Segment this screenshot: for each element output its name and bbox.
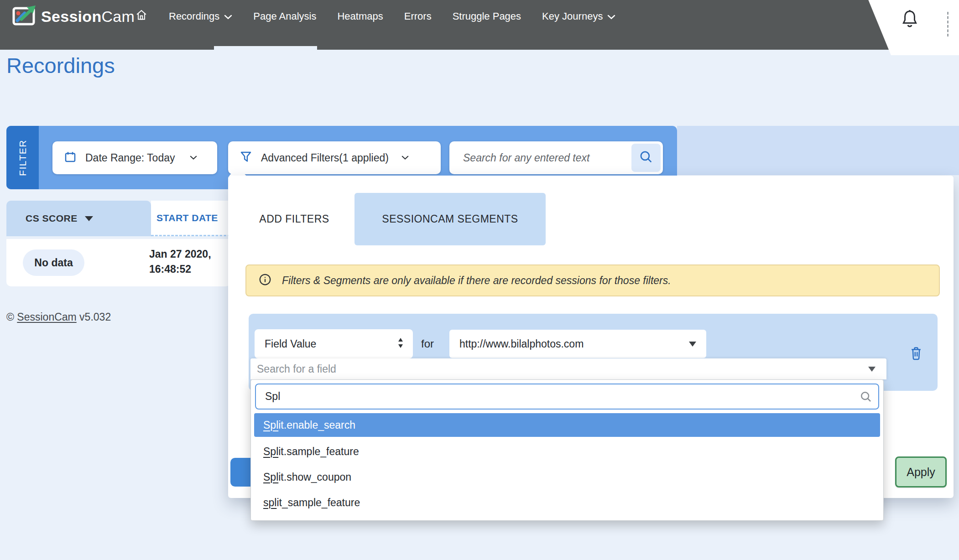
brand: SessionCam: [12, 0, 135, 33]
sessioncam-logo-icon: [12, 5, 36, 28]
field-option[interactable]: split_sample_feature: [254, 490, 880, 515]
search-icon: [638, 149, 654, 166]
chevron-down-icon: [224, 10, 232, 22]
calendar-icon: [63, 150, 77, 166]
field-combo-box[interactable]: Search for a field: [250, 358, 886, 379]
filter-bar-extension: [677, 126, 959, 175]
delete-filter-button[interactable]: [907, 345, 925, 363]
nav-struggle-pages[interactable]: Struggle Pages: [453, 10, 521, 22]
nav-recordings-label: Recordings: [169, 10, 219, 22]
menu-dots-icon[interactable]: [947, 12, 949, 36]
field-search-input[interactable]: [256, 384, 854, 409]
field-option[interactable]: Split.show_coupon: [254, 464, 880, 490]
chevron-down-icon: [607, 10, 615, 22]
for-label: for: [421, 329, 434, 358]
select-spinner-icon: [396, 336, 405, 352]
nav-recordings[interactable]: Recordings: [169, 10, 232, 22]
nav-page-analysis[interactable]: Page Analysis: [253, 10, 316, 22]
filter-tab[interactable]: FILTER: [6, 126, 39, 189]
notifications-bell-button[interactable]: [900, 8, 920, 34]
column-header-cs-score[interactable]: CS SCORE: [6, 201, 151, 236]
field-search-box: [255, 384, 879, 410]
tab-add-filters[interactable]: ADD FILTERS: [249, 193, 340, 245]
app-screen: SessionCam Recordings Page Analysis Heat…: [0, 0, 959, 560]
field-type-select[interactable]: Field Value: [255, 329, 413, 358]
start-date-cell: Jan 27 2020, 16:48:52: [149, 247, 211, 277]
table-row[interactable]: No data Jan 27 2020, 16:48:52: [6, 239, 230, 286]
advanced-filters-button[interactable]: Advanced Filters(1 applied): [228, 141, 441, 174]
nav-heatmaps[interactable]: Heatmaps: [337, 10, 383, 22]
nav-menu: Recordings Page Analysis Heatmaps Errors…: [135, 0, 615, 33]
field-options-listbox: Split.enable_search Split.sample_feature…: [250, 379, 884, 521]
bell-icon: [900, 26, 920, 33]
tab-sessioncam-segments[interactable]: SESSIONCAM SEGMENTS: [354, 193, 546, 245]
trash-icon: [909, 346, 923, 363]
dropdown-arrow-icon: [689, 342, 696, 347]
info-icon: [258, 273, 272, 288]
nav-errors[interactable]: Errors: [404, 10, 432, 22]
brand-name: SessionCam: [41, 8, 135, 26]
field-option-highlighted[interactable]: Split.enable_search: [254, 413, 880, 437]
nav-key-journeys[interactable]: Key Journeys: [542, 10, 615, 22]
search-icon: [859, 390, 873, 405]
date-range-button[interactable]: Date Range: Today: [52, 141, 217, 174]
search-button[interactable]: [631, 144, 661, 172]
combo-arrow-icon: [868, 367, 876, 372]
navbar-notch: [214, 46, 317, 50]
chevron-down-icon: [401, 154, 409, 162]
text-search-box: [449, 141, 663, 174]
apply-button[interactable]: Apply: [895, 456, 947, 487]
cs-score-badge: No data: [23, 249, 84, 276]
warning-banner: Filters & Segments are only available if…: [245, 264, 940, 296]
sessioncam-link[interactable]: SessionCam: [17, 311, 76, 323]
site-select[interactable]: http://www.bilalphotos.com: [449, 330, 706, 358]
column-header-start-date[interactable]: START DATE: [151, 201, 230, 236]
chevron-down-icon: [190, 154, 197, 162]
page-title: Recordings: [6, 53, 115, 78]
field-option[interactable]: Split.sample_feature: [254, 439, 880, 464]
footer-version: © SessionCam v5.032: [6, 311, 111, 323]
home-icon: [135, 9, 148, 24]
nav-home[interactable]: [135, 9, 148, 24]
text-search-input[interactable]: [449, 141, 627, 174]
sort-desc-icon: [85, 216, 93, 221]
funnel-icon: [239, 150, 253, 166]
